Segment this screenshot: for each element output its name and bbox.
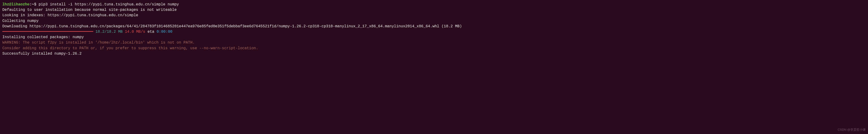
warning-line-1: WARNING: The script f2py is installed in… (2, 40, 866, 45)
prompt-path: ~ (32, 2, 34, 7)
output-indexes: Looking in indexes: https://pypi.tuna.ts… (2, 13, 138, 18)
prompt-user: lhz (2, 2, 9, 7)
output-downloading: Downloading https://pypi.tuna.tsinghua.e… (2, 24, 462, 29)
progress-speed: 14.0 MB/s (125, 30, 145, 34)
output-line-2: Looking in indexes: https://pypi.tuna.ts… (2, 13, 866, 18)
warning-consider: Consider adding this directory to PATH o… (2, 46, 258, 51)
success-line: Successfully installed numpy-1.26.2 (2, 51, 866, 57)
progress-bar: ━━━━━━━━━━━━━━━━━━━━━━━━━━━━━━━━━━━━━━━━ (2, 30, 93, 34)
warning-line-2: Consider adding this directory to PATH o… (2, 46, 866, 51)
install-collected: Installing collected packages: numpy (2, 35, 84, 39)
prompt-at: @ (9, 2, 11, 7)
terminal-prompt-line: lhz@lihaozhe:~$ pip3 install -i https://… (2, 2, 866, 7)
success-installed: Successfully installed numpy-1.26.2 (2, 52, 82, 56)
progress-size: 18.2/18.2 MB (95, 30, 123, 34)
progress-line: ━━━━━━━━━━━━━━━━━━━━━━━━━━━━━━━━━━━━━━━━… (2, 29, 866, 35)
output-default-install: Defaulting to user installation because … (2, 8, 177, 12)
output-line-4: Downloading https://pypi.tuna.tsinghua.e… (2, 24, 866, 29)
install-line-1: Installing collected packages: numpy (2, 35, 866, 40)
progress-eta-time: 0:00:00 (157, 30, 172, 34)
command-text[interactable]: pip3 install -i https://pypi.tuna.tsingh… (39, 2, 179, 7)
output-line-1: Defaulting to user installation because … (2, 7, 866, 13)
output-collecting: Collecting numpy (2, 19, 39, 23)
prompt-host: lihaozhe (11, 2, 29, 7)
progress-eta-label: eta (148, 30, 154, 34)
output-line-3: Collecting numpy (2, 19, 866, 24)
watermark: CSDN @李昊哲小课 (838, 128, 866, 132)
prompt-symbol: $ (34, 2, 36, 7)
warning-path: WARNING: The script f2py is installed in… (2, 40, 195, 45)
prompt-colon: : (29, 2, 32, 7)
